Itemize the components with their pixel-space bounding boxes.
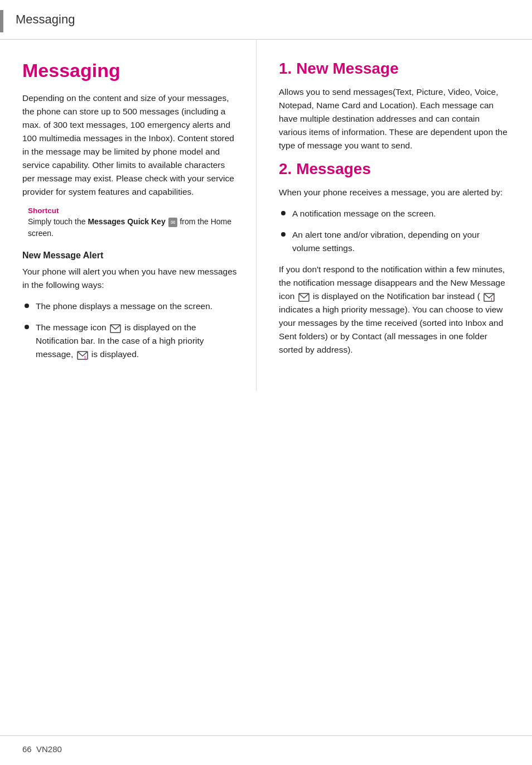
- section1-title: 1. New Message: [279, 60, 510, 78]
- header-title: Messaging: [16, 10, 75, 32]
- bullet-dot-4: [281, 232, 286, 237]
- shortcut-label: Shortcut: [28, 206, 239, 215]
- shortcut-bold: Messages Quick Key: [88, 217, 165, 226]
- messages-bullet-1: A notification message on the screen.: [279, 207, 510, 220]
- intro-text: Depending on the content and size of you…: [22, 92, 239, 199]
- footer-page-number: 66: [22, 744, 32, 754]
- shortcut-text: Simply touch the Messages Quick Key ✉ fr…: [28, 216, 239, 239]
- bullet-item-1: The phone displays a message on the scre…: [22, 300, 239, 313]
- svg-text:!: !: [491, 297, 492, 302]
- header-accent-bar: [0, 10, 3, 32]
- quick-key-icon: ✉: [168, 218, 177, 227]
- section2-body: If you don't respond to the notification…: [279, 263, 510, 357]
- content-area: Messaging Depending on the content and s…: [0, 40, 532, 391]
- left-column: Messaging Depending on the content and s…: [0, 40, 257, 391]
- footer-line: [0, 735, 532, 736]
- new-message-alert-heading: New Message Alert: [22, 251, 239, 261]
- messages-bullet-text-1: A notification message on the screen.: [292, 207, 436, 220]
- section2-body2-text: is displayed on the Notification bar ins…: [313, 291, 480, 301]
- section1-text: Allows you to send messages(Text, Pictur…: [279, 85, 510, 152]
- bullet-dot-1: [25, 304, 29, 308]
- page-header: Messaging: [0, 0, 532, 40]
- bullet-dot-3: [281, 211, 286, 215]
- footer: 66 VN280: [22, 744, 62, 754]
- messages-bullet-2: An alert tone and/or vibration, dependin…: [279, 228, 510, 255]
- bullet-text-1: The phone displays a message on the scre…: [36, 300, 212, 313]
- messages-bullets: A notification message on the screen. An…: [279, 207, 510, 255]
- right-column: 1. New Message Allows you to send messag…: [257, 40, 532, 391]
- section2-body3-text: indicates a high priority message). You …: [279, 305, 503, 354]
- shortcut-text-before: Simply touch the: [28, 217, 88, 226]
- bullet-dot-2: [25, 325, 29, 329]
- bullet-text-2: The message icon is displayed on the Not…: [36, 321, 239, 361]
- envelope-icon-right: [298, 292, 309, 301]
- envelope-icon: [110, 324, 121, 333]
- page: Messaging Messaging Depending on the con…: [0, 0, 532, 765]
- new-message-alert-text: Your phone will alert you when you have …: [22, 265, 239, 292]
- section2-intro: When your phone receives a message, you …: [279, 186, 510, 199]
- svg-text:!: !: [84, 355, 86, 360]
- envelope-priority-icon: !: [77, 350, 88, 359]
- messages-bullet-text-2: An alert tone and/or vibration, dependin…: [292, 228, 510, 255]
- alert-bullets: The phone displays a message on the scre…: [22, 300, 239, 361]
- bullet-item-2: The message icon is displayed on the Not…: [22, 321, 239, 361]
- envelope-priority-icon-right: !: [483, 292, 495, 301]
- main-title: Messaging: [22, 60, 239, 81]
- section2-title: 2. Messages: [279, 160, 510, 178]
- shortcut-box: Shortcut Simply touch the Messages Quick…: [28, 206, 239, 239]
- footer-model: VN280: [36, 744, 62, 754]
